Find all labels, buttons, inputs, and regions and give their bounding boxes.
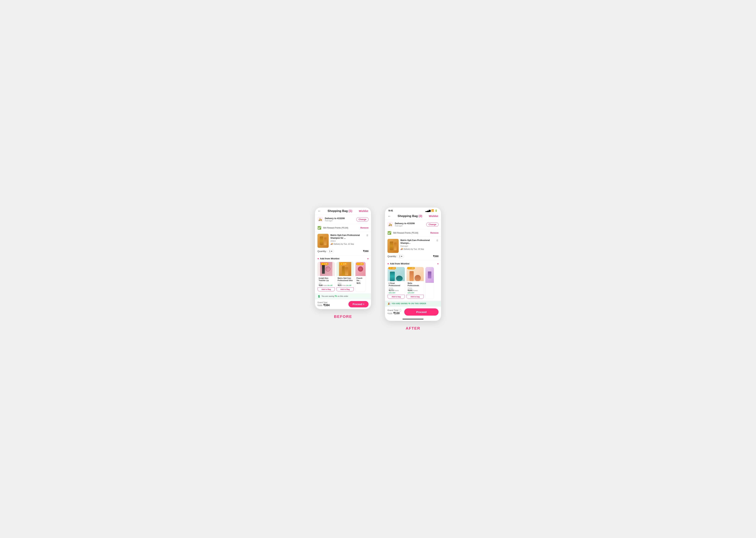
product-name: Matrix Opti.Care Professional Shampoo fo… (330, 234, 364, 240)
add-to-bag-btn-after-2[interactable]: Add to bag (406, 295, 424, 299)
status-time: 9:41 (389, 209, 393, 212)
before-header: ← Shopping Bag (1) Wishlist (315, 207, 371, 215)
add-to-bag-btn-after-1[interactable]: Add to bag (388, 295, 405, 299)
reward-text: 584 Reward Points (₹5.84) (323, 227, 358, 229)
price-off-2: 5% Off (346, 285, 352, 286)
home-indicator (402, 319, 423, 319)
before-title: Shopping Bag (1) (328, 209, 352, 213)
reward-remove-btn[interactable]: Remove (360, 227, 368, 229)
savings-text: You are saving ₹6 on this order (321, 295, 348, 297)
delivery-address-after: Delivery to 415208 (395, 222, 425, 225)
quantity-selector-after: Quantity: 1 ▾ (388, 254, 404, 258)
delete-icon-after[interactable]: 🗑 (436, 239, 439, 242)
price-off-1: 5% Off (327, 285, 333, 286)
before-product-card: Matrix Opti.Care Professional Shampoo fo… (315, 232, 371, 255)
before-reward-row: ✅ 584 Reward Points (₹5.84) Remove (315, 224, 371, 232)
after-product-card: Matrix Opti.Care Professional Shampo... … (385, 237, 441, 261)
wishlist-img-2: ⭐ 4.6/5 (337, 262, 354, 276)
heart-icon: ♥ (317, 257, 319, 260)
wishlist-header: ♥ Add from Wishlist ▾ (317, 257, 368, 260)
gt-new-price: ₹384 (323, 303, 330, 307)
after-delivery-row: 🛵 Delivery to 415208 Ratnagiri Change (385, 220, 441, 229)
chevron-up-icon[interactable]: ▾ (367, 257, 368, 260)
reward-check-icon: ✅ (317, 226, 321, 230)
grand-total-label-after: Grand Total (388, 309, 398, 311)
after-grand-total: Grand Total i ₹105 ₹100 (388, 309, 402, 315)
product-price: ₹390 (363, 250, 368, 252)
chevron-up-icon-after[interactable]: ▾ (437, 262, 439, 265)
wishlist-item-2: ⭐ 4.6/5 Matrix Opti Care Professional Ul… (336, 262, 354, 292)
wishlist-img-after-1: ⭐ 4.4/5 (388, 267, 405, 281)
wishlist-name-3: Praush Sw... Liquid Blus... (356, 277, 364, 282)
after-phone: 9:41 ▂▄▆ 📶 🔋 ← Shopping Bag (3) Wishlist… (385, 207, 441, 321)
gt-old-price: ₹390 (317, 304, 322, 307)
page-container: ← Shopping Bag (1) Wishlist 🛵 Delivery t… (315, 207, 441, 331)
wifi-icon: 📶 (431, 209, 434, 212)
proceed-btn-after[interactable]: Proceed (404, 308, 439, 316)
after-header: ← Shopping Bag (3) Wishlist (385, 213, 441, 220)
wishlist-header-after: ♥ Add from Wishlist ▾ (388, 262, 439, 265)
rating-badge-after-1: ⭐ 4.4/5 (388, 267, 396, 269)
after-label: AFTER (406, 326, 420, 331)
delivery-sub-after: Ratnagiri (395, 225, 425, 227)
before-section: ← Shopping Bag (1) Wishlist 🛵 Delivery t… (315, 207, 371, 319)
delete-icon[interactable]: 🗑 (366, 234, 368, 237)
reward-remove-btn-after[interactable]: Remove (430, 232, 439, 234)
qty-dropdown-after[interactable]: 1 ▾ (398, 254, 404, 258)
wishlist-name-after-1: L'Oreal Professionnel Scalp Advanced Ant… (389, 282, 404, 287)
price-current-2: ₹670 (338, 285, 342, 286)
after-wishlist-section: ♥ Add from Wishlist ▾ ⭐ 4.4/5 (385, 261, 441, 301)
wishlist-items-after: ⭐ 4.4/5 L'Oreal Professionnel Scalp Adva… (388, 267, 439, 299)
add-to-bag-btn-1[interactable]: Add to Bag (318, 288, 335, 292)
product-name-after: Matrix Opti.Care Professional Shampo... (401, 239, 434, 245)
add-to-bag-btn-2[interactable]: Add to Bag (337, 288, 354, 292)
wishlist-item-after-2: ⭐ 4.3/5 Wella Professionals INVIGO Damag… (406, 267, 424, 299)
wishlist-info-2: Matrix Opti Care Professional Ultra Smo.… (337, 276, 354, 288)
wishlist-size-2: 10gm (338, 282, 353, 284)
rating-badge-2: ⭐ 4.6/5 (340, 263, 347, 265)
wishlist-title-after: ♥ Add from Wishlist (388, 262, 409, 265)
after-savings-bar: 🎉 YOU ARE SAVING ₹6 ON THIS ORDER (385, 301, 441, 306)
wishlist-item-after-3 (425, 267, 434, 299)
product-sub-after: Ratnagiri (401, 245, 434, 247)
price-old-2: ₹705 (342, 285, 346, 286)
wishlist-prices-after-2: ₹1241 ₹1410 12% OFF (407, 290, 423, 294)
wishlist-img-after-2: ⭐ 4.3/5 (406, 267, 424, 281)
wishlist-info-1: Insight Non Transfer Lip Color - 27 Top … (318, 276, 335, 288)
change-delivery-btn[interactable]: Change (356, 217, 368, 222)
before-wishlist-btn[interactable]: Wishlist (359, 210, 368, 212)
wishlist-prices-after-1: ₹1773 ₹1970 10% OFF (389, 290, 404, 294)
reward-text-after: 584 Reward Points (₹5.84) (393, 232, 429, 234)
savings-icon: 💲 (317, 295, 320, 298)
proceed-btn-before[interactable]: Proceed > (349, 301, 368, 307)
back-arrow-before[interactable]: ← (318, 209, 321, 213)
after-wishlist-btn[interactable]: Wishlist (429, 215, 438, 218)
shampoo-bottle-icon (320, 237, 323, 245)
wishlist-name-after-2: Wella Professionals INVIGO Damaged Hair.… (407, 282, 423, 287)
product-info-after: Matrix Opti.Care Professional Shampo... … (401, 239, 434, 250)
savings-text-after: YOU ARE SAVING ₹6 ON THIS ORDER (392, 303, 426, 304)
wishlist-item-1: ⭐ 4.3/5 Insight Non Transfer Lip Color -… (317, 262, 335, 292)
product-price-after: ₹390 (433, 255, 439, 258)
product-image-after (388, 239, 399, 253)
gt-old-price-after: ₹105 (388, 312, 392, 315)
reward-check-icon-after: ✅ (388, 231, 391, 235)
quantity-price-row: Quantity: 1 ▾ ₹390 (317, 249, 368, 253)
back-arrow-after[interactable]: ← (388, 214, 391, 218)
after-bottom-bar: Grand Total i ₹105 ₹100 Proceed (385, 306, 441, 317)
status-bar: 9:41 ▂▄▆ 📶 🔋 (385, 207, 441, 213)
info-icon-after[interactable]: i (399, 309, 402, 311)
before-wishlist-section: ♥ Add from Wishlist ▾ ⭐ 4.3/5 (315, 255, 371, 294)
before-delivery-row: 🛵 Delivery to 415208 Ratnagiri Change (315, 215, 371, 224)
wishlist-info-after-1: L'Oreal Professionnel Scalp Advanced Ant… (388, 281, 405, 295)
before-bottom-bar: Grand Total ₹390 ₹384 Proceed > (315, 299, 371, 309)
qty-dropdown[interactable]: 1 ▾ (328, 249, 334, 253)
delivery-address: Delivery to 415208 (325, 217, 354, 220)
wishlist-size-1: 4ml (319, 282, 334, 284)
wishlist-prices-2: ₹670 ₹705 5% Off (338, 285, 353, 286)
change-delivery-btn-after[interactable]: Change (426, 222, 439, 227)
rating-badge-3: ⭐ 4.8/5 (356, 263, 364, 265)
wishlist-name-2: Matrix Opti Care Professional Ultra Smo.… (338, 277, 353, 282)
shampoo-tube-icon-after (394, 242, 397, 250)
wishlist-info-after-2: Wella Professionals INVIGO Damaged Hair.… (406, 281, 424, 295)
